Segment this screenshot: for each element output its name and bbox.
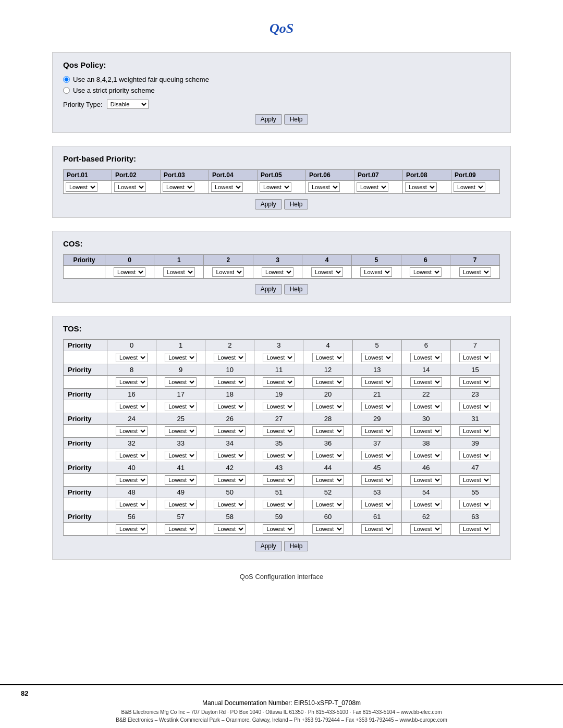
tos-select-cell-6-4[interactable]: LowestLowMiddleHigh bbox=[303, 498, 352, 511]
tos-select-cell-7-3[interactable]: LowestLowMiddleHigh bbox=[254, 523, 303, 536]
port-select-6[interactable]: LowestLowMiddleHigh bbox=[306, 181, 354, 194]
tos-select-cell-4-2[interactable]: LowestLowMiddleHigh bbox=[205, 449, 254, 462]
tos-help-button[interactable]: Help bbox=[284, 541, 309, 551]
tos-select-cell-7-5[interactable]: LowestLowMiddleHigh bbox=[352, 523, 401, 536]
tos-select-cell-3-6[interactable]: LowestLowMiddleHigh bbox=[401, 425, 450, 438]
tos-select-cell-2-2[interactable]: LowestLowMiddleHigh bbox=[205, 400, 254, 413]
port-select-8[interactable]: LowestLowMiddleHigh bbox=[403, 181, 451, 194]
tos-select-cell-0-4[interactable]: LowestLowMiddleHigh bbox=[303, 351, 352, 364]
tos-select-cell-3-5[interactable]: LowestLowMiddleHigh bbox=[352, 425, 401, 438]
tos-select-cell-5-7[interactable]: LowestLowMiddleHigh bbox=[450, 474, 499, 487]
port-select-4[interactable]: LowestLowMiddleHigh bbox=[209, 181, 258, 194]
tos-select-cell-5-5[interactable]: LowestLowMiddleHigh bbox=[352, 474, 401, 487]
cos-select-7[interactable]: LowestLowMiddleHigh bbox=[450, 266, 500, 279]
tos-select-cell-3-2[interactable]: LowestLowMiddleHigh bbox=[205, 425, 254, 438]
tos-select-cell-6-2[interactable]: LowestLowMiddleHigh bbox=[205, 498, 254, 511]
tos-select-cell-6-7[interactable]: LowestLowMiddleHigh bbox=[450, 498, 499, 511]
tos-select-cell-3-7[interactable]: LowestLowMiddleHigh bbox=[450, 425, 499, 438]
tos-value-0-0: 0 bbox=[107, 340, 156, 351]
priority-type-select[interactable]: Disable Port-based COS TOS bbox=[107, 100, 149, 109]
cos-apply-button[interactable]: Apply bbox=[255, 284, 282, 294]
radio2-input[interactable] bbox=[63, 87, 70, 94]
tos-select-cell-1-3[interactable]: LowestLowMiddleHigh bbox=[254, 376, 303, 389]
cos-select-3[interactable]: LowestLowMiddleHigh bbox=[253, 266, 302, 279]
cos-help-button[interactable]: Help bbox=[284, 284, 309, 294]
tos-select-cell-7-4[interactable]: LowestLowMiddleHigh bbox=[303, 523, 352, 536]
tos-select-cell-3-3[interactable]: LowestLowMiddleHigh bbox=[254, 425, 303, 438]
tos-select-cell-5-3[interactable]: LowestLowMiddleHigh bbox=[254, 474, 303, 487]
tos-select-cell-4-1[interactable]: LowestLowMiddleHigh bbox=[156, 449, 205, 462]
tos-priority-label-5: Priority bbox=[64, 462, 107, 474]
qos-policy-apply-button[interactable]: Apply bbox=[255, 114, 282, 125]
tos-select-cell-4-0[interactable]: LowestLowMiddleHigh bbox=[107, 449, 156, 462]
port-select-5[interactable]: LowestLowMiddleHigh bbox=[258, 181, 306, 194]
tos-select-cell-2-5[interactable]: LowestLowMiddleHigh bbox=[352, 400, 401, 413]
tos-select-cell-1-4[interactable]: LowestLowMiddleHigh bbox=[303, 376, 352, 389]
tos-select-cell-3-1[interactable]: LowestLowMiddleHigh bbox=[156, 425, 205, 438]
tos-select-cell-2-4[interactable]: LowestLowMiddleHigh bbox=[303, 400, 352, 413]
cos-select-1[interactable]: LowestLowMiddleHigh bbox=[154, 266, 204, 279]
tos-select-cell-7-6[interactable]: LowestLowMiddleHigh bbox=[401, 523, 450, 536]
tos-select-cell-0-7[interactable]: LowestLowMiddleHigh bbox=[450, 351, 499, 364]
tos-select-cell-4-4[interactable]: LowestLowMiddleHigh bbox=[303, 449, 352, 462]
tos-select-cell-1-5[interactable]: LowestLowMiddleHigh bbox=[352, 376, 401, 389]
port-select-7[interactable]: LowestLowMiddleHigh bbox=[354, 181, 403, 194]
cos-select-2[interactable]: LowestLowMiddleHigh bbox=[204, 266, 253, 279]
radio1-input[interactable] bbox=[63, 76, 70, 83]
tos-select-cell-7-7[interactable]: LowestLowMiddleHigh bbox=[450, 523, 499, 536]
tos-select-cell-6-0[interactable]: LowestLowMiddleHigh bbox=[107, 498, 156, 511]
port-select-9[interactable]: LowestLowMiddleHigh bbox=[451, 181, 500, 194]
tos-select-cell-3-0[interactable]: LowestLowMiddleHigh bbox=[107, 425, 156, 438]
tos-select-cell-6-6[interactable]: LowestLowMiddleHigh bbox=[401, 498, 450, 511]
port-based-help-button[interactable]: Help bbox=[284, 199, 309, 209]
qos-policy-help-button[interactable]: Help bbox=[284, 114, 309, 125]
tos-select-cell-1-6[interactable]: LowestLowMiddleHigh bbox=[401, 376, 450, 389]
tos-select-cell-1-0[interactable]: LowestLowMiddleHigh bbox=[107, 376, 156, 389]
tos-apply-button[interactable]: Apply bbox=[255, 541, 282, 551]
cos-select-0[interactable]: LowestLowMiddleHigh bbox=[105, 266, 154, 279]
tos-select-cell-4-3[interactable]: LowestLowMiddleHigh bbox=[254, 449, 303, 462]
tos-select-cell-7-1[interactable]: LowestLowMiddleHigh bbox=[156, 523, 205, 536]
tos-select-cell-2-6[interactable]: LowestLowMiddleHigh bbox=[401, 400, 450, 413]
tos-select-cell-4-6[interactable]: LowestLowMiddleHigh bbox=[401, 449, 450, 462]
tos-select-cell-3-4[interactable]: LowestLowMiddleHigh bbox=[303, 425, 352, 438]
tos-select-cell-7-2[interactable]: LowestLowMiddleHigh bbox=[205, 523, 254, 536]
port-based-section: Port-based Priority: Port.01Port.02Port.… bbox=[52, 146, 511, 218]
tos-select-cell-7-0[interactable]: LowestLowMiddleHigh bbox=[107, 523, 156, 536]
tos-select-cell-5-6[interactable]: LowestLowMiddleHigh bbox=[401, 474, 450, 487]
tos-select-cell-1-1[interactable]: LowestLowMiddleHigh bbox=[156, 376, 205, 389]
tos-select-cell-1-2[interactable]: LowestLowMiddleHigh bbox=[205, 376, 254, 389]
tos-select-cell-5-4[interactable]: LowestLowMiddleHigh bbox=[303, 474, 352, 487]
tos-select-cell-0-5[interactable]: LowestLowMiddleHigh bbox=[352, 351, 401, 364]
port-select-3[interactable]: LowestLowMiddleHigh bbox=[161, 181, 209, 194]
tos-select-cell-5-2[interactable]: LowestLowMiddleHigh bbox=[205, 474, 254, 487]
tos-select-cell-2-1[interactable]: LowestLowMiddleHigh bbox=[156, 400, 205, 413]
port-based-apply-button[interactable]: Apply bbox=[255, 199, 282, 209]
tos-select-cell-6-1[interactable]: LowestLowMiddleHigh bbox=[156, 498, 205, 511]
tos-select-cell-6-5[interactable]: LowestLowMiddleHigh bbox=[352, 498, 401, 511]
tos-select-cell-4-5[interactable]: LowestLowMiddleHigh bbox=[352, 449, 401, 462]
cos-select-4[interactable]: LowestLowMiddleHigh bbox=[302, 266, 352, 279]
tos-select-cell-5-1[interactable]: LowestLowMiddleHigh bbox=[156, 474, 205, 487]
tos-select-cell-2-3[interactable]: LowestLowMiddleHigh bbox=[254, 400, 303, 413]
tos-select-cell-1-7[interactable]: LowestLowMiddleHigh bbox=[450, 376, 499, 389]
port-select-2[interactable]: LowestLowMiddleHigh bbox=[112, 181, 161, 194]
tos-select-cell-0-2[interactable]: LowestLowMiddleHigh bbox=[205, 351, 254, 364]
cos-select-5[interactable]: LowestLowMiddleHigh bbox=[352, 266, 401, 279]
tos-value-4-1: 33 bbox=[156, 438, 205, 449]
cos-val-4: 4 bbox=[302, 255, 352, 266]
cos-select-6[interactable]: LowestLowMiddleHigh bbox=[401, 266, 450, 279]
port-select-1[interactable]: LowestLowMiddleHigh bbox=[64, 181, 112, 194]
tos-select-cell-2-0[interactable]: LowestLowMiddleHigh bbox=[107, 400, 156, 413]
radio2-label[interactable]: Use a strict priority scheme bbox=[63, 87, 500, 94]
tos-select-cell-5-0[interactable]: LowestLowMiddleHigh bbox=[107, 474, 156, 487]
radio1-label[interactable]: Use an 8,4,2,1 weighted fair queuing sch… bbox=[63, 76, 500, 83]
tos-select-cell-0-6[interactable]: LowestLowMiddleHigh bbox=[401, 351, 450, 364]
tos-select-cell-0-1[interactable]: LowestLowMiddleHigh bbox=[156, 351, 205, 364]
qos-policy-section: Qos Policy: Use an 8,4,2,1 weighted fair… bbox=[52, 52, 511, 133]
tos-select-cell-6-3[interactable]: LowestLowMiddleHigh bbox=[254, 498, 303, 511]
tos-select-cell-0-3[interactable]: LowestLowMiddleHigh bbox=[254, 351, 303, 364]
tos-select-cell-0-0[interactable]: LowestLowMiddleHigh bbox=[107, 351, 156, 364]
tos-select-cell-2-7[interactable]: LowestLowMiddleHigh bbox=[450, 400, 499, 413]
tos-select-cell-4-7[interactable]: LowestLowMiddleHigh bbox=[450, 449, 499, 462]
